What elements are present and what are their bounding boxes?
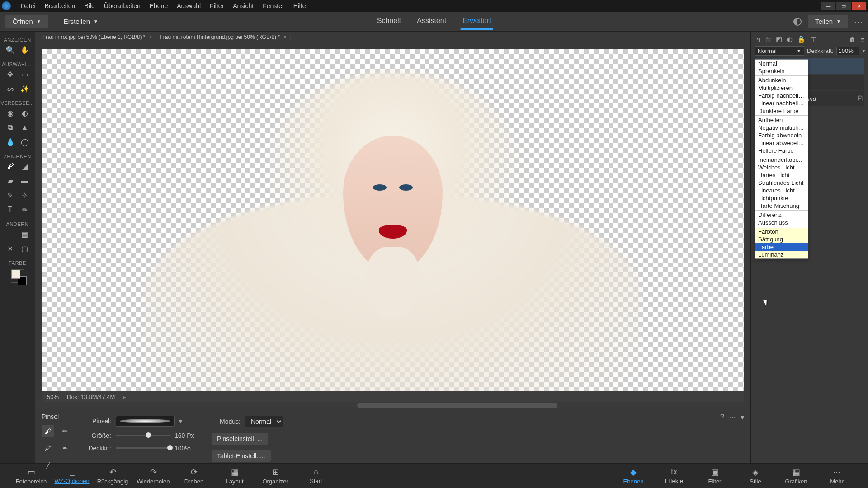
canvas[interactable]: [42, 49, 744, 391]
eraser-tool[interactable]: ◢: [19, 161, 30, 172]
caret-down-icon[interactable]: ▼: [862, 48, 866, 53]
picker-tool[interactable]: ✎: [5, 190, 16, 201]
menu-datei[interactable]: Datei: [16, 2, 40, 9]
crop-tool[interactable]: ⌗: [5, 229, 16, 239]
blend-option[interactable]: Abdunkeln: [755, 76, 808, 84]
dock-filter[interactable]: ▣Filter: [694, 467, 735, 485]
mask-icon[interactable]: ◩: [776, 35, 782, 43]
blend-option[interactable]: Weiches Licht: [755, 164, 808, 171]
shape-tool[interactable]: ✧: [19, 190, 30, 201]
blend-option[interactable]: Strahlendes Licht: [755, 179, 808, 187]
blur-tool[interactable]: 💧: [5, 136, 16, 147]
color-swatch[interactable]: [11, 269, 24, 283]
mode-tab-schnell[interactable]: Schnell: [375, 13, 402, 30]
close-button[interactable]: ✕: [852, 2, 866, 10]
blend-option[interactable]: Farbig abwedeln: [755, 131, 808, 139]
close-tab-icon[interactable]: ×: [149, 34, 152, 40]
mode-select[interactable]: Normal: [245, 416, 283, 427]
open-button[interactable]: Öffnen ▼: [5, 15, 48, 28]
minimize-button[interactable]: —: [821, 2, 835, 10]
pencil-tool[interactable]: ✏: [19, 204, 30, 215]
menu-auswahl[interactable]: Auswahl: [172, 2, 205, 9]
blend-option[interactable]: Differenz: [755, 211, 808, 219]
menu-überarbeiten[interactable]: Überarbeiten: [99, 2, 145, 9]
close-tab-icon[interactable]: ×: [283, 34, 287, 40]
blend-option[interactable]: Multiplizieren: [755, 84, 808, 92]
clone-tool[interactable]: ⧉: [5, 122, 16, 133]
theme-toggle-icon[interactable]: [793, 18, 802, 26]
dropdown-icon[interactable]: ▾: [179, 418, 182, 425]
menu-fenster[interactable]: Fenster: [258, 2, 288, 9]
maximize-button[interactable]: ▭: [836, 2, 851, 10]
more-icon[interactable]: ⋯: [854, 17, 863, 27]
redeye-tool[interactable]: ◉: [5, 108, 16, 118]
blend-mode-select[interactable]: Normal ▼ NormalSprenkelnAbdunkelnMultipl…: [755, 46, 804, 56]
link-icon[interactable]: ⎘: [858, 94, 863, 103]
blend-option[interactable]: Sättigung: [755, 235, 808, 243]
dock-effekte[interactable]: fxEffekte: [654, 467, 694, 485]
move-tool[interactable]: ✥: [5, 69, 16, 80]
menu-filter[interactable]: Filter: [205, 2, 228, 9]
blend-option[interactable]: Farbig nachbelicht...: [755, 92, 808, 99]
menu-ansicht[interactable]: Ansicht: [228, 2, 258, 9]
size-slider[interactable]: [116, 435, 170, 436]
dock-ebenen[interactable]: ◆Ebenen: [613, 467, 654, 485]
menu-bild[interactable]: Bild: [80, 2, 99, 9]
lock-icon[interactable]: 🔒: [797, 35, 806, 43]
blend-option[interactable]: Negativ multiplizie...: [755, 124, 808, 131]
document-tab[interactable]: Frau in rot.jpg bei 50% (Ebene 1, RGB/8)…: [39, 34, 156, 40]
blend-option[interactable]: Hartes Licht: [755, 171, 808, 179]
stamp-tool[interactable]: ▲: [19, 122, 30, 133]
trash-icon[interactable]: 🗑: [849, 36, 856, 43]
menu-icon[interactable]: ≡: [860, 36, 864, 43]
blend-option[interactable]: Farbton: [755, 228, 808, 235]
dock-rückgängig[interactable]: ↶Rückgängig: [92, 467, 133, 485]
collapse-icon[interactable]: ▾: [741, 413, 744, 422]
dock-wiederholen[interactable]: ↷Wiederholen: [133, 467, 174, 485]
blend-option[interactable]: Hellere Farbe: [755, 147, 808, 155]
menu-ebene[interactable]: Ebene: [145, 2, 172, 9]
content-tool[interactable]: ▢: [19, 243, 30, 254]
mode-tab-erweitert[interactable]: Erweitert: [461, 13, 493, 30]
recompose-tool[interactable]: ▤: [19, 229, 30, 239]
gradient-tool[interactable]: ▬: [19, 175, 30, 186]
blend-option[interactable]: Sprenkeln: [755, 67, 808, 75]
brush-variant-4[interactable]: ✒: [59, 442, 71, 455]
text-tool[interactable]: T: [5, 204, 16, 215]
brush-preview[interactable]: [116, 416, 175, 427]
mode-tab-assistent[interactable]: Assistent: [415, 13, 448, 30]
help-icon[interactable]: ?: [720, 413, 724, 422]
dock-layout[interactable]: ▦Layout: [214, 467, 255, 485]
menu-bearbeiten[interactable]: Bearbeiten: [40, 2, 80, 9]
blend-option[interactable]: Ineinanderkopieren: [755, 156, 808, 164]
sponge-tool[interactable]: ◯: [19, 136, 30, 147]
dock-organizer[interactable]: ⊞Organizer: [255, 467, 296, 485]
spot-tool[interactable]: ◐: [19, 108, 30, 118]
blend-option[interactable]: Dunklere Farbe: [755, 107, 808, 115]
blend-option[interactable]: Luminanz: [755, 251, 808, 258]
hand-tool[interactable]: ✋: [19, 44, 30, 55]
brush-settings-button[interactable]: Pinseleinstell. ...: [212, 433, 268, 445]
fx-icon[interactable]: fx: [766, 36, 771, 43]
new-layer-icon[interactable]: 🗎: [755, 36, 761, 43]
clip-icon[interactable]: ◫: [810, 35, 816, 43]
layer-opacity-input[interactable]: [836, 47, 859, 55]
dock-drehen[interactable]: ⟳Drehen: [174, 467, 214, 485]
straighten-tool[interactable]: ✕: [5, 243, 16, 254]
dock-grafiken[interactable]: ▦Grafiken: [776, 467, 816, 485]
menu-hilfe[interactable]: Hilfe: [289, 2, 311, 9]
brush-tool[interactable]: 🖌: [5, 161, 16, 172]
blend-mode-dropdown[interactable]: NormalSprenkelnAbdunkelnMultiplizierenFa…: [755, 59, 808, 259]
marquee-tool[interactable]: ▭: [19, 69, 30, 80]
dock-start[interactable]: ⌂Start: [296, 467, 336, 485]
status-arrow-icon[interactable]: ▸: [123, 394, 126, 400]
brush-variant[interactable]: 🖌: [42, 425, 54, 437]
bucket-tool[interactable]: ▰: [5, 175, 16, 186]
document-tab[interactable]: Frau mit rotem Hintergrund.jpg bei 50% (…: [156, 34, 290, 40]
adjust-icon[interactable]: ◐: [787, 35, 793, 43]
blend-option[interactable]: Ausschluss: [755, 219, 808, 226]
blend-option[interactable]: Aufhellen: [755, 116, 808, 124]
blend-option[interactable]: Harte Mischung: [755, 202, 808, 210]
wand-tool[interactable]: ✨: [19, 83, 30, 94]
dock-mehr[interactable]: ⋯Mehr: [816, 467, 857, 485]
